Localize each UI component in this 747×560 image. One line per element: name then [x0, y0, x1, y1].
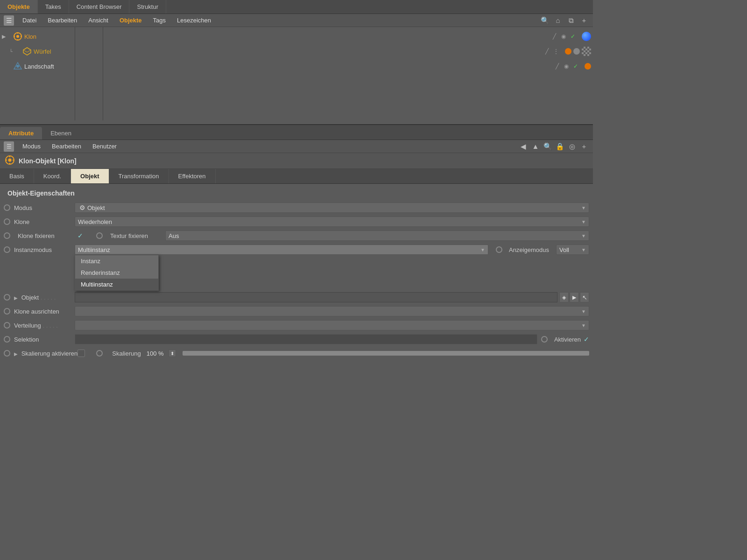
dropdown-modus[interactable]: ⚙ Objekt ▼: [75, 203, 589, 213]
wuerfel-controls: ╱ ⋮: [543, 47, 560, 56]
attr-menu-modus[interactable]: Modus: [18, 142, 45, 151]
anzeigemodus-value: Voll: [559, 246, 581, 253]
dropdown-verteilung[interactable]: ▼: [75, 320, 589, 330]
instanz-dropdown-menu: Instanz Renderinstanz Multiinstanz: [75, 255, 159, 291]
prop-row-objekt: ▶ Objekt . . . . . ◈ ▶ ↖: [0, 290, 593, 304]
attr-search-icon[interactable]: 🔍: [543, 141, 553, 152]
objekt-controls: ◈ ▶ ↖: [559, 292, 589, 302]
radio-skalierung-pct[interactable]: [96, 350, 103, 357]
expand-icon-klon: ▶: [2, 34, 11, 40]
label-klone-fix: Klone fixieren: [18, 232, 74, 239]
svg-point-1: [16, 35, 19, 38]
radio-modus[interactable]: [4, 204, 10, 211]
radio-textur-fix[interactable]: [96, 232, 103, 239]
wuerfel-icon: [21, 46, 33, 57]
attr-menu-benutzer[interactable]: Benutzer: [88, 142, 121, 151]
objekt-btn2[interactable]: ▶: [570, 292, 579, 302]
dropdown-klone[interactable]: Wiederholen ▼: [75, 217, 589, 227]
prop-tab-objekt[interactable]: Objekt: [71, 169, 109, 183]
menu-tags[interactable]: Tags: [148, 16, 170, 25]
dropdown-textur-fix[interactable]: Aus ▼: [165, 231, 589, 241]
objekt-btn1[interactable]: ◈: [559, 292, 569, 302]
radio-objekt[interactable]: [4, 294, 10, 301]
prop-tab-basis[interactable]: Basis: [0, 169, 34, 183]
radio-klone-aus[interactable]: [4, 308, 10, 315]
radio-anzeigemodus[interactable]: [496, 246, 502, 253]
tab-content-browser[interactable]: Content Browser: [69, 0, 130, 14]
tab-takes[interactable]: Takes: [38, 0, 69, 14]
radio-skalierung[interactable]: [4, 350, 10, 357]
tab-struktur[interactable]: Struktur: [129, 0, 166, 14]
attr-add-icon[interactable]: +: [579, 141, 589, 152]
skalierung-spinner[interactable]: ⬍: [169, 350, 176, 357]
prop-row-skalierung: ▶ Skalierung aktivieren Skalierung 100 %…: [0, 346, 593, 360]
menu-datei[interactable]: Datei: [18, 16, 41, 25]
menu-bearbeiten[interactable]: Bearbeiten: [43, 16, 82, 25]
prop-row-klone: Klone Wiederholen ▼: [0, 215, 593, 229]
ctrl-check-land: ✓: [571, 62, 580, 70]
objekt-field[interactable]: [75, 292, 557, 302]
textur-fix-arrow: ▼: [581, 233, 586, 238]
landschaft-icon: [12, 61, 23, 72]
attr-cursor-icon[interactable]: ▲: [530, 141, 541, 152]
section-header: Objekt-Eigenschaften: [0, 188, 593, 201]
menu-objekte[interactable]: Objekte: [115, 16, 147, 25]
attr-lock-icon[interactable]: 🔒: [555, 141, 565, 152]
layers-icon[interactable]: ⧉: [566, 15, 576, 26]
svg-point-11: [8, 159, 12, 162]
label-anzeigemodus: Anzeigemodus: [509, 246, 553, 253]
search-icon[interactable]: 🔍: [540, 15, 550, 26]
menu-item-renderinstanz[interactable]: Renderinstanz: [75, 267, 158, 279]
ctrl-dot-klon: ◉: [559, 32, 568, 41]
attr-menu-bearbeiten[interactable]: Bearbeiten: [47, 142, 86, 151]
dropdown-instanz[interactable]: Multiinstanz ▼: [75, 245, 488, 255]
modus-value: Objekt: [87, 204, 581, 211]
skalierung-checkbox[interactable]: [78, 350, 85, 357]
skalierung-slider[interactable]: [183, 351, 589, 356]
properties-panel: Objekt-Eigenschaften Modus ⚙ Objekt ▼ Kl…: [0, 184, 593, 364]
radio-selektion[interactable]: [4, 336, 10, 343]
attr-tab-attribute[interactable]: Attribute: [0, 127, 42, 140]
prop-row-klone-ausrichten: Klone ausrichten ▼: [0, 304, 593, 318]
menu-item-instanz[interactable]: Instanz: [75, 255, 158, 267]
klone-fix-check: ✓: [78, 232, 83, 239]
selektion-input[interactable]: [75, 334, 537, 344]
radio-verteilung[interactable]: [4, 322, 10, 329]
ctrl-dot-wuerfel: ⋮: [552, 47, 560, 56]
prop-tab-transformation[interactable]: Transformation: [109, 169, 169, 183]
attr-tab-ebenen[interactable]: Ebenen: [42, 127, 80, 140]
attr-target-icon[interactable]: ◎: [567, 141, 577, 152]
dropdown-anzeigemodus[interactable]: Voll ▼: [556, 245, 589, 255]
object-row-landschaft[interactable]: Landschaft ╱ ◉ ✓: [0, 59, 593, 74]
tab-objekte[interactable]: Objekte: [0, 0, 38, 14]
menu-item-multiinstanz[interactable]: Multiinstanz: [75, 279, 158, 290]
ctrl-check-klon: ✓: [569, 32, 577, 41]
add-icon[interactable]: +: [579, 15, 589, 26]
landschaft-name: Landschaft: [24, 63, 553, 70]
value-selektion: Aktivieren ✓: [75, 334, 589, 344]
selektion-controls: Aktivieren ✓: [541, 336, 589, 343]
radio-aktivieren[interactable]: [541, 336, 548, 343]
verteilung-arrow: ▼: [581, 323, 586, 328]
label-selektion: Selektion: [14, 336, 75, 343]
klon-sphere: [577, 32, 591, 41]
radio-klone-fix[interactable]: [4, 232, 10, 239]
prop-tab-koord[interactable]: Koord.: [34, 169, 71, 183]
svg-marker-6: [23, 48, 31, 55]
instanz-arrow: ▼: [480, 247, 485, 252]
radio-klone[interactable]: [4, 218, 10, 225]
objekt-cursor-btn[interactable]: ↖: [580, 292, 589, 302]
object-row-klon[interactable]: ▶ Klon ╱ ◉ ✓: [0, 29, 593, 44]
ctrl-edit-land: ╱: [553, 62, 561, 70]
home-icon[interactable]: ⌂: [553, 15, 563, 26]
menu-lesezeichen[interactable]: Lesezeichen: [172, 16, 216, 25]
prop-tab-effektoren[interactable]: Effektoren: [169, 169, 216, 183]
klon-obj-icon: [5, 155, 15, 167]
menu-ansicht[interactable]: Ansicht: [84, 16, 113, 25]
klone-aus-arrow: ▼: [581, 309, 586, 314]
object-row-wuerfel[interactable]: └ Würfel ╱ ⋮: [0, 44, 593, 59]
radio-instanz[interactable]: [4, 246, 10, 253]
attr-back-icon[interactable]: ◀: [518, 141, 529, 152]
object-panel: ▶ Klon ╱ ◉ ✓ └: [0, 27, 593, 125]
dropdown-klone-aus[interactable]: ▼: [75, 306, 589, 316]
